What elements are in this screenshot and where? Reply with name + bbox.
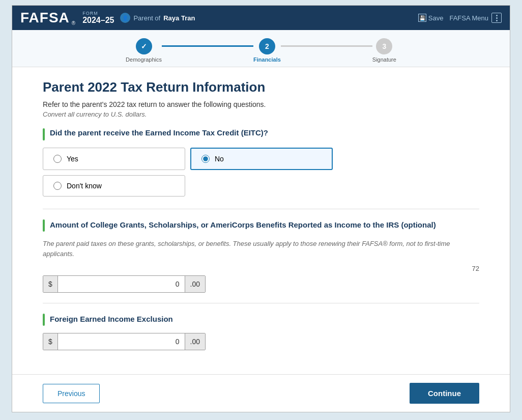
header-left: FAFSA ® FORM 2024–25 👤 Parent of Raya Tr…	[20, 10, 195, 26]
save-label: Save	[428, 14, 444, 22]
steps-container: Demographics 2 Financials 3 Signature	[53, 38, 469, 63]
menu-dots-icon	[491, 13, 502, 23]
form-year-block: FORM 2024–25	[82, 11, 114, 25]
eitc-dontknow-label: Don't know	[67, 182, 102, 190]
question-3-label: Foreign Earned Income Exclusion	[43, 314, 479, 326]
step-1-label: Demographics	[126, 57, 162, 63]
eitc-yes-option[interactable]: Yes	[43, 148, 185, 170]
reg-mark: ®	[72, 20, 75, 26]
page-subtitle-italic: Convert all currency to U.S. dollars.	[43, 110, 479, 118]
parent-icon: 👤	[120, 13, 130, 23]
question-2-block: Amount of College Grants, Scholarships, …	[43, 219, 479, 293]
step-2-circle: 2	[259, 38, 275, 54]
step-demographics: Demographics	[126, 38, 162, 63]
eitc-yes-label: Yes	[67, 155, 78, 163]
fafsa-menu-button[interactable]: FAFSA Menu	[449, 13, 502, 23]
question-2-text: Amount of College Grants, Scholarships, …	[50, 219, 436, 232]
eitc-dontknow-radio[interactable]	[53, 182, 62, 190]
step-signature: 3 Signature	[372, 38, 396, 63]
page-number: 72	[43, 265, 479, 272]
question-1-block: Did the parent receive the Earned Income…	[43, 128, 479, 197]
menu-label: FAFSA Menu	[449, 14, 488, 22]
previous-button[interactable]: Previous	[43, 384, 100, 403]
fafsa-logo: FAFSA ®	[20, 10, 75, 26]
question-3-input[interactable]: $ 0 .00	[43, 333, 206, 350]
dollar-value-1[interactable]: 0	[58, 276, 185, 292]
parent-prefix: Parent of	[133, 14, 160, 22]
divider-2	[43, 303, 479, 303]
step-1-circle	[136, 38, 152, 54]
dollar-value-2[interactable]: 0	[58, 333, 185, 350]
continue-button[interactable]: Continue	[410, 383, 479, 404]
connector-1-2	[162, 45, 253, 47]
step-2-label: Financials	[253, 57, 281, 63]
footer: Previous Continue	[12, 374, 510, 412]
question-1-bar	[43, 128, 45, 141]
save-icon: 💾	[418, 14, 426, 22]
progress-section: Demographics 2 Financials 3 Signature	[12, 30, 510, 67]
year-text: 2024–25	[82, 16, 114, 25]
divider-1	[43, 209, 479, 209]
page-subtitle: Refer to the parent's 2022 tax return to…	[43, 100, 479, 108]
eitc-no-label: No	[215, 155, 224, 163]
question-3-block: Foreign Earned Income Exclusion $ 0 .00	[43, 314, 479, 350]
step-2-number: 2	[265, 42, 269, 50]
dollar-cents-2: .00	[185, 333, 205, 350]
step-financials: 2 Financials	[253, 38, 281, 63]
main-content: Parent 2022 Tax Return Information Refer…	[12, 67, 510, 374]
eitc-options: Yes No	[43, 148, 479, 170]
eitc-dontknow-option[interactable]: Don't know	[43, 175, 185, 197]
step-3-circle: 3	[376, 38, 392, 54]
parent-info: 👤 Parent of Raya Tran	[120, 13, 195, 23]
question-2-label: Amount of College Grants, Scholarships, …	[43, 219, 479, 232]
eitc-no-option[interactable]: No	[190, 148, 333, 170]
question-1-label: Did the parent receive the Earned Income…	[43, 128, 479, 141]
dollar-cents-1: .00	[185, 276, 205, 292]
eitc-no-radio[interactable]	[201, 155, 210, 163]
header: FAFSA ® FORM 2024–25 👤 Parent of Raya Tr…	[12, 6, 510, 30]
dollar-sign-2: $	[43, 333, 58, 350]
step-3-number: 3	[382, 42, 386, 50]
app-frame: FAFSA ® FORM 2024–25 👤 Parent of Raya Tr…	[12, 5, 510, 412]
connector-2-3	[281, 45, 372, 47]
save-button[interactable]: 💾 Save	[418, 14, 444, 22]
eitc-dontknow-row: Don't know	[43, 175, 479, 197]
logo-text: FAFSA	[20, 10, 70, 26]
parent-name: Raya Tran	[163, 14, 195, 22]
dollar-sign-1: $	[43, 276, 58, 292]
question-2-input[interactable]: $ 0 .00	[43, 275, 206, 293]
question-3-bar	[43, 314, 45, 326]
eitc-yes-radio[interactable]	[53, 155, 62, 163]
step-3-label: Signature	[372, 57, 396, 63]
form-label: FORM	[82, 11, 114, 16]
question-3-text: Foreign Earned Income Exclusion	[50, 314, 173, 326]
question-2-bar	[43, 219, 45, 232]
checkmark-icon	[141, 42, 147, 50]
page-title: Parent 2022 Tax Return Information	[43, 79, 479, 95]
question-1-text: Did the parent receive the Earned Income…	[50, 128, 268, 141]
question-2-note: The parent paid taxes on these grants, s…	[43, 239, 479, 259]
header-right: 💾 Save FAFSA Menu	[418, 13, 502, 23]
